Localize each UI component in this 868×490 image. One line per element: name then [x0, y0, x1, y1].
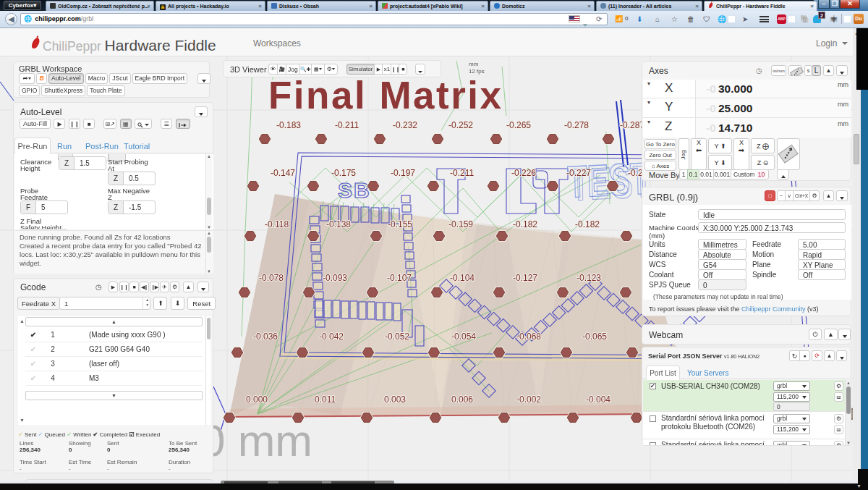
svg-text:-0.002: -0.002: [516, 394, 541, 405]
svg-text:-0.211: -0.211: [450, 168, 474, 178]
svg-text:0.011: 0.011: [315, 394, 336, 405]
svg-text:-0.226: -0.226: [511, 168, 536, 178]
svg-text:-0.093: -0.093: [323, 273, 347, 283]
svg-text:mm: mm: [469, 61, 479, 67]
svg-text:-0.155: -0.155: [388, 219, 412, 229]
svg-text:-0.052: -0.052: [385, 331, 409, 342]
svg-text:Final Matrix: Final Matrix: [268, 74, 503, 117]
svg-text:-0.127: -0.127: [513, 273, 537, 283]
svg-text:-0.159: -0.159: [448, 219, 473, 229]
svg-text:-0.068: -0.068: [516, 331, 541, 342]
svg-text:-0.054: -0.054: [451, 331, 476, 342]
svg-text:-0.265: -0.265: [506, 120, 531, 130]
svg-text:-0.211: -0.211: [335, 120, 359, 130]
svg-text:-0.123: -0.123: [576, 273, 601, 283]
svg-text:-0.078: -0.078: [259, 273, 284, 283]
svg-text:0.000: 0.000: [246, 394, 268, 405]
svg-text:-0.182: -0.182: [513, 219, 537, 229]
svg-text:-0.232: -0.232: [393, 120, 417, 130]
svg-text:-0.036: -0.036: [253, 331, 278, 342]
svg-text:SB: SB: [338, 178, 371, 202]
svg-text:-0.065: -0.065: [582, 331, 607, 342]
svg-text:0.006: 0.006: [451, 394, 473, 405]
svg-text:0 mm: 0 mm: [200, 415, 312, 465]
svg-text:-0.183: -0.183: [276, 120, 301, 130]
svg-text:-0.147: -0.147: [271, 168, 295, 178]
svg-text:-0.175: -0.175: [331, 168, 356, 178]
svg-text:12 fps: 12 fps: [469, 68, 485, 75]
svg-text:-0.118: -0.118: [265, 219, 289, 229]
svg-text:-0.182: -0.182: [575, 219, 600, 229]
svg-text:-0.107: -0.107: [387, 273, 412, 283]
svg-text:-0.227: -0.227: [566, 168, 591, 178]
svg-text:-0.042: -0.042: [319, 331, 344, 342]
svg-text:-0.278: -0.278: [564, 120, 589, 130]
svg-text:-0.252: -0.252: [448, 120, 473, 130]
svg-text:-0.197: -0.197: [391, 168, 415, 178]
svg-text:-0.104: -0.104: [450, 273, 475, 283]
svg-text:0.003: 0.003: [384, 394, 406, 405]
svg-text:-0.004: -0.004: [586, 394, 610, 405]
svg-text:-0.138: -0.138: [326, 219, 351, 229]
